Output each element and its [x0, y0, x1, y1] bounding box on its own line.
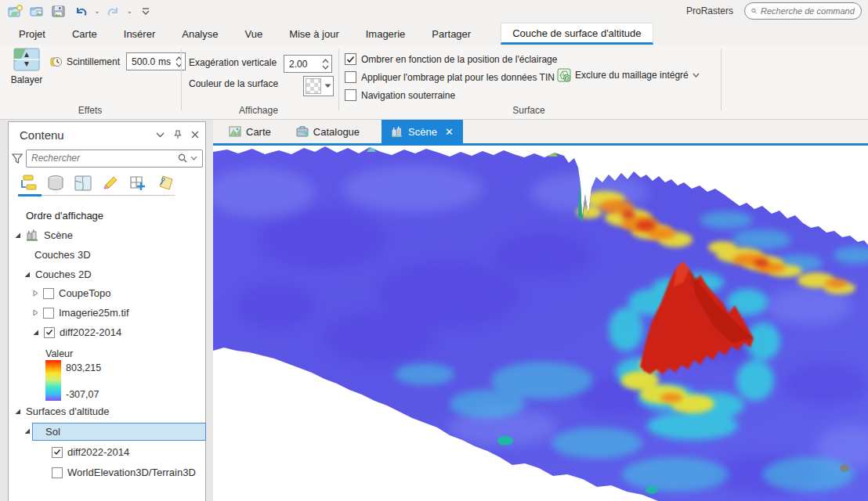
ombrer-checkbox[interactable]	[345, 53, 356, 65]
pane-splitter[interactable]	[206, 120, 213, 501]
map-icon	[229, 126, 241, 137]
group-label-affichage: Affichage	[200, 105, 317, 116]
navigation-souterraine-checkbox[interactable]	[345, 89, 356, 101]
project-name: ProRasters	[686, 5, 733, 16]
tree-item-sol-selected[interactable]: Sol	[32, 423, 206, 441]
exageration-spinner[interactable]: 2.00	[284, 55, 332, 73]
list-by-data-source-icon[interactable]	[45, 172, 66, 194]
spinner-arrows[interactable]	[322, 59, 329, 70]
tree-label: Surfaces d'altitude	[26, 405, 110, 417]
tree-item-diff2022-2014-sol[interactable]: diff2022-2014	[52, 446, 129, 458]
navigation-souterraine-label: Navigation souterraine	[361, 90, 455, 101]
exageration-value: 2.00	[289, 59, 307, 70]
undo-dropdown-icon[interactable]: ⌄	[94, 8, 100, 15]
scintillement-spinner[interactable]: 500.0 ms	[126, 52, 186, 70]
ombrage-plat-checkbox[interactable]	[345, 71, 356, 83]
expander-expanded-icon[interactable]	[15, 232, 21, 239]
balayer-button[interactable]: Balayer	[8, 48, 45, 101]
expander-expanded-icon[interactable]	[15, 409, 21, 415]
display-order-heading: Ordre d'affichage	[26, 210, 103, 222]
save-project-icon[interactable]	[50, 4, 67, 20]
tab-couche-surface-altitude[interactable]: Couche de surface d'altitude	[501, 23, 653, 45]
expander-collapsed-icon[interactable]	[33, 309, 38, 316]
ribbon: Balayer Scintillement 500.0 ms Effets Ex…	[0, 45, 868, 120]
contents-pane: Contenu	[8, 121, 206, 501]
ribbon-tab-bar: Projet Carte Insérer Analyse Vue Mise à …	[0, 23, 868, 45]
tab-projet[interactable]: Projet	[11, 23, 53, 45]
legend-min-value: -307,07	[66, 389, 99, 400]
view-tab-label: Catalogue	[313, 126, 360, 138]
quick-access-toolbar: ⌄ ⌄	[0, 4, 154, 20]
tree-label: Scène	[44, 229, 73, 241]
world-elevation-checkbox[interactable]	[52, 467, 63, 478]
undo-button[interactable]	[72, 4, 89, 20]
tree-item-imagerie25m[interactable]: Imagerie25m.tif	[33, 307, 129, 319]
layer-search[interactable]	[26, 150, 203, 168]
tree-item-diff2022-2014[interactable]: diff2022-2014	[33, 326, 121, 338]
surface-color-dropdown[interactable]	[303, 76, 334, 96]
tree-label: Sol	[45, 426, 60, 438]
check-icon	[346, 56, 355, 63]
scintillement-label: Scintillement	[67, 56, 120, 67]
list-by-editing-icon[interactable]	[100, 172, 121, 194]
expander-expanded-icon[interactable]	[33, 330, 39, 336]
imagerie25m-checkbox[interactable]	[43, 308, 54, 319]
arcgis-pro-window: ⌄ ⌄ ProRasters Projet Carte Insérer Anal…	[0, 0, 868, 501]
tab-analyse[interactable]: Analyse	[174, 23, 226, 45]
search-icon	[178, 153, 187, 163]
redo-button[interactable]	[105, 4, 122, 20]
customize-qat-icon[interactable]	[137, 4, 154, 20]
tree-item-coupetopo[interactable]: CoupeTopo	[33, 287, 111, 299]
exclure-maillage-label: Exclure du maillage intégré	[575, 70, 689, 81]
diff2022-2014-checkbox[interactable]	[44, 327, 55, 338]
close-icon[interactable]	[191, 131, 199, 139]
mesh-exclude-icon	[557, 68, 571, 82]
scene-icon	[26, 229, 39, 241]
search-icon	[751, 6, 757, 16]
list-by-snapping-icon[interactable]	[128, 172, 148, 194]
diff2022-2014-sol-checkbox[interactable]	[52, 447, 63, 458]
list-by-selection-icon[interactable]	[73, 172, 93, 194]
check-icon	[53, 449, 61, 456]
view-tab-scene-active[interactable]: Scène ✕	[382, 120, 463, 143]
expander-collapsed-icon[interactable]	[33, 290, 38, 297]
tab-imagerie[interactable]: Imagerie	[358, 23, 414, 45]
filter-icon[interactable]	[12, 153, 23, 164]
expander-expanded-icon[interactable]	[24, 428, 31, 434]
scene-3d-view[interactable]	[213, 146, 868, 501]
new-project-icon[interactable]	[6, 4, 24, 20]
close-view-icon[interactable]: ✕	[445, 126, 454, 138]
tree-item-couches-2d[interactable]: Couches 2D	[24, 269, 92, 280]
swipe-icon	[13, 48, 40, 71]
redo-dropdown-icon[interactable]: ⌄	[127, 8, 133, 15]
exclure-maillage-button[interactable]: Exclure du maillage intégré	[557, 68, 700, 82]
expander-expanded-icon[interactable]	[24, 272, 31, 278]
layer-search-input[interactable]	[31, 153, 175, 164]
ombrer-label: Ombrer en fonction de la position de l'é…	[361, 54, 557, 65]
tree-item-world-elevation[interactable]: WorldElevation3D/Terrain3D	[52, 467, 196, 478]
pane-collapse-icon[interactable]	[156, 132, 165, 138]
tab-inserer[interactable]: Insérer	[116, 23, 163, 45]
tree-label: Imagerie25m.tif	[59, 307, 129, 319]
list-by-drawing-order-icon[interactable]	[18, 172, 38, 194]
view-tab-catalogue[interactable]: Catalogue	[287, 120, 369, 143]
tab-vue[interactable]: Vue	[237, 23, 270, 45]
tree-item-surfaces-altitude[interactable]: Surfaces d'altitude	[15, 405, 110, 417]
command-search[interactable]	[744, 2, 862, 20]
chevron-down-icon[interactable]	[190, 156, 197, 160]
balayer-label: Balayer	[11, 74, 43, 85]
tree-item-couches-3d[interactable]: Couches 3D	[34, 249, 91, 261]
tab-carte[interactable]: Carte	[64, 23, 105, 45]
scintillement-unit: ms	[158, 56, 171, 67]
tree-item-scene[interactable]: Scène	[15, 229, 73, 241]
view-tab-bar: Carte Catalogue Scène ✕	[213, 120, 868, 143]
command-search-input[interactable]	[761, 6, 855, 16]
group-label-surface: Surface	[470, 105, 588, 116]
list-by-labeling-icon[interactable]	[155, 172, 175, 194]
tab-mise-a-jour[interactable]: Mise à jour	[281, 23, 347, 45]
view-tab-carte[interactable]: Carte	[219, 120, 280, 143]
coupetopo-checkbox[interactable]	[43, 288, 54, 299]
tab-partager[interactable]: Partager	[424, 23, 479, 45]
pin-icon[interactable]	[174, 130, 182, 139]
open-project-icon[interactable]	[28, 4, 45, 20]
